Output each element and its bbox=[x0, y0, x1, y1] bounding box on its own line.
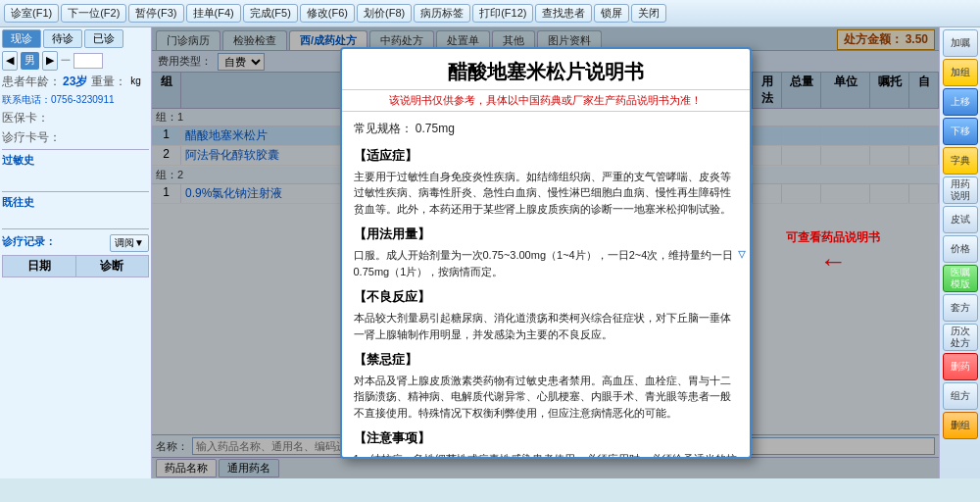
gender-badge: 男 bbox=[21, 52, 39, 70]
diag-history-btn[interactable]: 调阅▼ bbox=[110, 234, 149, 252]
right-btn-9[interactable]: 套方 bbox=[943, 294, 978, 322]
patient-info: ◀ 男 ▶ 一 患者年龄： 23岁 重量： kg 联系电话：0756-32309… bbox=[2, 51, 149, 277]
right-btn-4[interactable]: 字典 bbox=[943, 147, 978, 175]
next-patient-btn[interactable]: ▶ bbox=[42, 51, 58, 71]
toolbar-btn-f5[interactable]: 完成(F5) bbox=[243, 4, 298, 23]
right-btn-11[interactable]: 删药 bbox=[943, 353, 978, 380]
drug-info-modal: 醋酸地塞米松片说明书 该说明书仅供参考，具体以中国药典或厂家生产药品说明书为准！… bbox=[340, 47, 752, 459]
modal-section-2: 【不良反应】本品较大剂量易引起糖尿病、消化道溃疡和类柯兴综合征症状，对下丘脑一垂… bbox=[354, 287, 738, 342]
modal-body: 常见规格： 0.75mg 【适应症】主要用于过敏性自身免疫炎性疾病。如结缔组织病… bbox=[342, 112, 750, 457]
toolbar-btn-search[interactable]: 查找患者 bbox=[535, 4, 592, 23]
tab-xianzhen[interactable]: 现诊 bbox=[2, 29, 41, 48]
modal-subtitle: 该说明书仅供参考，具体以中国药典或厂家生产药品说明书为准！ bbox=[342, 90, 750, 112]
modal-title: 醋酸地塞米松片说明书 bbox=[342, 49, 750, 90]
toolbar-btn-blbq[interactable]: 病历标签 bbox=[414, 4, 470, 23]
past-illness-section: 既往史 bbox=[2, 194, 149, 212]
toolbar-btn-lock[interactable]: 锁屏 bbox=[594, 4, 629, 23]
common-spec-value: 0.75mg bbox=[416, 122, 455, 135]
filter-input bbox=[74, 53, 103, 69]
diag-col-date: 日期 bbox=[3, 255, 76, 276]
toolbar-btn-f6[interactable]: 修改(F6) bbox=[300, 4, 355, 23]
right-btn-3[interactable]: 下移 bbox=[943, 118, 978, 145]
modal-section-title-2: 【不良反应】 bbox=[354, 287, 738, 308]
diag-card-label: 诊疗卡号： bbox=[2, 128, 61, 147]
modal-section-title-4: 【注意事项】 bbox=[354, 428, 738, 449]
modal-section-content-3: 对本品及肾上腺皮质激素类药物有过敏史患者禁用。高血压、血栓症、胃与十二指肠溃疡、… bbox=[354, 373, 738, 422]
right-btn-0[interactable]: 加嘱 bbox=[943, 29, 978, 57]
diag-record-label: 诊疗记录： bbox=[2, 233, 56, 251]
annotation-text: 可查看药品说明书 ← bbox=[786, 229, 880, 277]
prev-patient-btn[interactable]: ◀ bbox=[2, 51, 18, 71]
patient-age: 23岁 bbox=[63, 73, 87, 91]
right-btn-8[interactable]: 医嘱 模版 bbox=[943, 265, 978, 292]
toolbar-btn-f3[interactable]: 暂停(F3) bbox=[128, 4, 183, 23]
modal-section-title-0: 【适应症】 bbox=[354, 146, 738, 167]
modal-section-content-1: 口服。成人开始剂量为一次0.75~3.00mg（1~4片），一日2~4次，维持量… bbox=[354, 247, 738, 279]
toolbar-btn-f12[interactable]: 打印(F12) bbox=[472, 4, 533, 23]
diag-table: 日期 诊断 bbox=[2, 255, 149, 277]
modal-section-title-3: 【禁忌症】 bbox=[354, 350, 738, 371]
visit-tabs: 现诊 待诊 已诊 bbox=[2, 29, 149, 48]
diag-col-diag: 诊断 bbox=[75, 255, 149, 276]
health-card-label: 医保卡： bbox=[2, 109, 49, 127]
toolbar-btn-f8[interactable]: 划价(F8) bbox=[357, 4, 412, 23]
patient-name-label: 患者年龄： bbox=[2, 73, 61, 91]
drug-info-modal-overlay: 醋酸地塞米松片说明书 该说明书仅供参考，具体以中国药典或厂家生产药品说明书为准！… bbox=[152, 27, 939, 478]
toolbar-btn-f4[interactable]: 挂单(F4) bbox=[186, 4, 241, 23]
right-btn-12[interactable]: 组方 bbox=[943, 382, 978, 410]
modal-section-content-4: 1、结核病、急性细菌性或病毒性感染患者使用，必须应用时，必须给予适当的抗感染治疗… bbox=[354, 451, 738, 457]
toolbar-btn-close[interactable]: 关闭 bbox=[631, 4, 666, 23]
tab-daizhen[interactable]: 待诊 bbox=[43, 29, 82, 48]
center-panel: 门诊病历 检验检查 西/成药处方 中药处方 处置单 其他 图片资料 处方金额： … bbox=[152, 27, 939, 478]
right-panel: 加嘱加组上移下移字典用药 说明皮试价格医嘱 模版套方历次 处方删药组方删组 bbox=[939, 27, 980, 478]
right-btn-2[interactable]: 上移 bbox=[943, 88, 978, 116]
common-spec-label: 常见规格： bbox=[354, 122, 413, 135]
right-btn-7[interactable]: 价格 bbox=[943, 235, 978, 263]
right-btn-6[interactable]: 皮试 bbox=[943, 206, 978, 233]
right-btn-5[interactable]: 用药 说明 bbox=[943, 176, 978, 204]
modal-section-title-1: 【用法用量】 bbox=[354, 225, 738, 245]
modal-section-1: 【用法用量】口服。成人开始剂量为一次0.75~3.00mg（1~4片），一日2~… bbox=[354, 225, 738, 279]
toolbar-btn-f2[interactable]: 下一位(F2) bbox=[61, 4, 126, 23]
allergy-section: 过敏史 bbox=[2, 152, 149, 170]
toolbar-btn-f1[interactable]: 诊室(F1) bbox=[4, 4, 59, 23]
modal-section-content-2: 本品较大剂量易引起糖尿病、消化道溃疡和类柯兴综合征症状，对下丘脑一垂体一肾上腺轴… bbox=[354, 310, 738, 342]
annotation-arrow: ← bbox=[819, 246, 847, 276]
tab-yizhen[interactable]: 已诊 bbox=[84, 29, 123, 48]
phone-info: 联系电话：0756-3230911 bbox=[2, 92, 115, 108]
left-panel: 现诊 待诊 已诊 ◀ 男 ▶ 一 患者年龄： 23岁 重量： kg 联系电话：0… bbox=[0, 27, 152, 478]
modal-section-content-0: 主要用于过敏性自身免疫炎性疾病。如结缔组织病、严重的支气管哮喘、皮炎等过敏性疾病… bbox=[354, 169, 738, 218]
right-btn-1[interactable]: 加组 bbox=[943, 59, 978, 86]
weight-label: 重量： bbox=[91, 73, 126, 91]
right-btn-13[interactable]: 删组 bbox=[943, 412, 978, 439]
top-toolbar: 诊室(F1) 下一位(F2) 暂停(F3) 挂单(F4) 完成(F5) 修改(F… bbox=[0, 0, 980, 27]
modal-section-0: 【适应症】主要用于过敏性自身免疫炎性疾病。如结缔组织病、严重的支气管哮喘、皮炎等… bbox=[354, 146, 738, 217]
modal-section-4: 【注意事项】1、结核病、急性细菌性或病毒性感染患者使用，必须应用时，必须给予适当… bbox=[354, 428, 738, 457]
modal-section-3: 【禁忌症】对本品及肾上腺皮质激素类药物有过敏史患者禁用。高血压、血栓症、胃与十二… bbox=[354, 350, 738, 421]
right-btn-10[interactable]: 历次 处方 bbox=[943, 324, 978, 351]
scroll-indicator: ▿ bbox=[738, 244, 746, 263]
common-spec-section: 常见规格： 0.75mg bbox=[354, 120, 738, 138]
